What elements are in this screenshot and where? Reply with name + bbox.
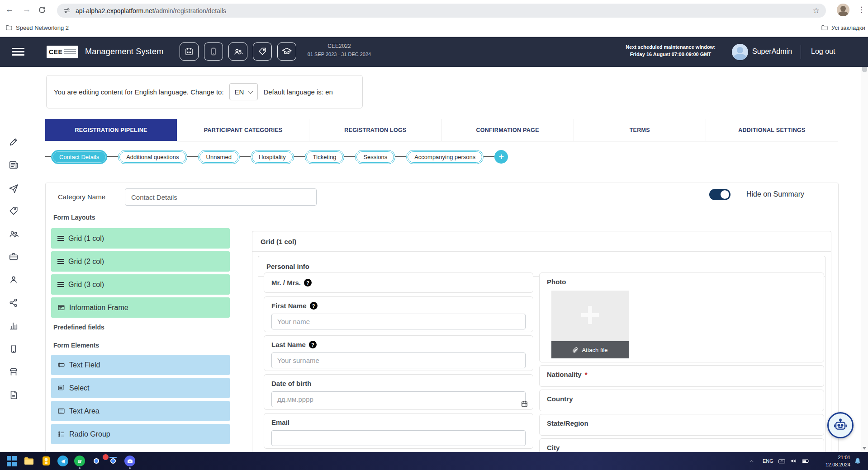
spotify-icon[interactable]	[74, 456, 85, 466]
bookmark-speed-networking[interactable]: Speed Networking 2	[5, 24, 69, 31]
calendar-icon[interactable]	[521, 400, 528, 407]
scroll-down-arrow-icon[interactable]	[863, 447, 866, 450]
photo-upload-widget[interactable]: + Attach file	[551, 291, 629, 358]
element-select-button[interactable]: Select	[51, 378, 230, 398]
step-ticketing[interactable]: Ticketing	[305, 150, 345, 164]
community-icon[interactable]	[9, 229, 19, 239]
share-icon[interactable]	[9, 298, 19, 308]
tab-additional-settings[interactable]: ADDITIONAL SETTINGS	[706, 119, 838, 141]
email-input[interactable]	[271, 430, 526, 446]
travel-icon[interactable]	[9, 183, 19, 193]
help-icon[interactable]: ?	[309, 341, 317, 348]
step-unnamed[interactable]: Unnamed	[198, 150, 240, 164]
field-card-email[interactable]: Email	[264, 413, 533, 449]
attach-file-button[interactable]: Attach file	[551, 341, 629, 358]
grid-icon	[57, 282, 64, 283]
field-card-country[interactable]: Country	[539, 390, 824, 411]
briefcase-icon[interactable]	[9, 252, 19, 262]
logout-button[interactable]: Log out	[811, 47, 835, 56]
stand-icon[interactable]	[9, 367, 19, 377]
event-logo[interactable]: CEE	[47, 46, 78, 58]
tray-expand-button[interactable]	[749, 452, 754, 470]
site-controls-icon[interactable]	[63, 7, 71, 14]
taskbar-clock[interactable]: 21:01 12.08.2024	[818, 454, 850, 468]
page-scrollbar[interactable]	[861, 37, 868, 452]
mobile-app-tool-button[interactable]	[204, 42, 223, 61]
layout-grid-2col-button[interactable]: Grid (2 col)	[51, 251, 230, 272]
analytics-icon[interactable]	[9, 321, 19, 331]
document-icon[interactable]	[9, 390, 19, 400]
step-sessions[interactable]: Sessions	[355, 150, 395, 164]
field-card-date-of-birth[interactable]: Date of birth	[264, 374, 533, 410]
bookmark-star-icon[interactable]: ☆	[813, 6, 820, 15]
tab-registration-pipeline[interactable]: REGISTRATION PIPELINE	[45, 119, 177, 141]
step-hospitality[interactable]: Hospitality	[251, 150, 294, 164]
help-icon[interactable]: ?	[310, 302, 318, 310]
calendar-tool-button[interactable]	[180, 42, 199, 61]
tab-registration-logs[interactable]: REGISTRATION LOGS	[309, 119, 441, 141]
start-button[interactable]	[7, 456, 18, 467]
app-header: CEE Management System CEE2022 01 SEP 202…	[0, 37, 868, 67]
touch-keyboard-icon[interactable]	[778, 452, 786, 470]
user-name[interactable]: SuperAdmin	[752, 47, 792, 56]
step-additional-questions[interactable]: Additional questions	[118, 150, 187, 164]
first-name-input[interactable]	[271, 314, 526, 329]
forward-button[interactable]: →	[21, 5, 33, 14]
reload-button[interactable]	[38, 6, 50, 14]
language-select[interactable]: EN	[229, 83, 258, 100]
url-text[interactable]: api-alpha2.expoplatform.net/admin/regist…	[76, 7, 226, 14]
tags-tool-button[interactable]	[253, 42, 272, 61]
select-icon	[57, 384, 65, 392]
mobile-icon[interactable]	[9, 344, 19, 354]
address-bar[interactable]: api-alpha2.expoplatform.net/admin/regist…	[57, 4, 826, 18]
field-card-last-name[interactable]: Last Name?	[264, 335, 533, 371]
battery-icon[interactable]	[802, 452, 810, 470]
tag-icon[interactable]	[9, 206, 19, 216]
field-card-first-name[interactable]: First Name?	[264, 296, 533, 332]
news-icon[interactable]	[9, 160, 19, 170]
telegram-icon[interactable]	[57, 456, 68, 466]
add-step-button[interactable]: +	[494, 150, 508, 164]
keyboard-language[interactable]: ENG	[763, 452, 773, 470]
edit-icon[interactable]	[9, 137, 19, 147]
people-icon[interactable]	[9, 275, 19, 285]
browser-menu-icon[interactable]: ⋮	[858, 5, 865, 14]
reload-icon	[38, 6, 46, 14]
notification-bell-icon[interactable]	[854, 452, 861, 470]
all-bookmarks-button[interactable]: Усі закладки	[821, 24, 865, 31]
help-icon[interactable]: ?	[304, 279, 312, 287]
layout-information-frame-button[interactable]: Information Frame	[51, 297, 230, 318]
back-button[interactable]: ←	[4, 5, 15, 14]
education-tool-button[interactable]	[277, 42, 296, 61]
element-radio-group-button[interactable]: Radio Group	[51, 424, 230, 444]
field-card-nationality[interactable]: Nationality*	[539, 365, 824, 387]
field-card-state-region[interactable]: State/Region	[539, 414, 824, 436]
participants-tool-button[interactable]	[228, 42, 247, 61]
discord-icon[interactable]	[124, 456, 135, 466]
user-avatar[interactable]	[732, 44, 748, 60]
element-text-area-button[interactable]: Text Area	[51, 401, 230, 421]
left-icon-rail	[0, 67, 27, 452]
field-label: City	[547, 444, 816, 451]
header-divider	[801, 45, 801, 59]
category-name-input[interactable]	[125, 188, 317, 206]
photo-upload-dropzone[interactable]: +	[551, 291, 629, 341]
menu-icon[interactable]	[12, 48, 24, 49]
tab-terms[interactable]: TERMS	[574, 119, 706, 141]
element-text-field-button[interactable]: Text Field	[51, 355, 230, 375]
step-accompanying-persons[interactable]: Accompanying persons	[406, 150, 484, 164]
tab-confirmation-page[interactable]: CONFIRMATION PAGE	[441, 119, 574, 141]
last-name-input[interactable]	[271, 352, 526, 368]
speaker-icon[interactable]	[790, 452, 797, 470]
field-card-title[interactable]: Mr. / Mrs.?	[264, 273, 533, 293]
yellow-app-icon[interactable]	[41, 456, 52, 466]
layout-grid-1col-button[interactable]: Grid (1 col)	[51, 228, 230, 249]
layout-grid-3col-button[interactable]: Grid (3 col)	[51, 274, 230, 295]
tab-participant-categories[interactable]: PARTICIPANT CATEGORIES	[177, 119, 309, 141]
assistant-robot-button[interactable]	[827, 412, 854, 438]
browser-profile-avatar[interactable]	[837, 4, 849, 16]
step-contact-details[interactable]: Contact Details	[51, 150, 107, 164]
date-of-birth-input[interactable]	[271, 391, 526, 407]
file-explorer-icon[interactable]	[24, 456, 34, 466]
hide-on-summary-toggle[interactable]	[709, 189, 730, 200]
